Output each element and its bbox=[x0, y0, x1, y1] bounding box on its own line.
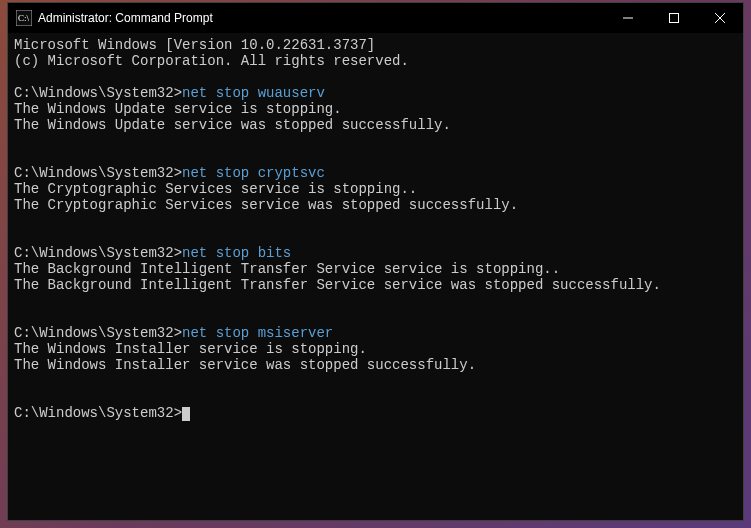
titlebar[interactable]: C:\ Administrator: Command Prompt bbox=[8, 3, 743, 33]
svg-rect-3 bbox=[670, 14, 679, 23]
output-3-1: The Background Intelligent Transfer Serv… bbox=[14, 261, 560, 277]
prompt: C:\Windows\System32> bbox=[14, 165, 182, 181]
output-4-2: The Windows Installer service was stoppe… bbox=[14, 357, 476, 373]
output-1-2: The Windows Update service was stopped s… bbox=[14, 117, 451, 133]
prompt: C:\Windows\System32> bbox=[14, 245, 182, 261]
output-2-1: The Cryptographic Services service is st… bbox=[14, 181, 417, 197]
close-button[interactable] bbox=[697, 3, 743, 33]
output-4-1: The Windows Installer service is stoppin… bbox=[14, 341, 367, 357]
command-4: net stop msiserver bbox=[182, 325, 333, 341]
minimize-icon bbox=[623, 13, 633, 23]
command-1: net stop wuauserv bbox=[182, 85, 325, 101]
command-prompt-window: C:\ Administrator: Command Prompt bbox=[7, 2, 744, 521]
header-line-2: (c) Microsoft Corporation. All rights re… bbox=[14, 53, 409, 69]
prompt: C:\Windows\System32> bbox=[14, 405, 182, 421]
command-3: net stop bits bbox=[182, 245, 291, 261]
cursor bbox=[182, 407, 190, 421]
window-controls bbox=[605, 3, 743, 33]
maximize-icon bbox=[669, 13, 679, 23]
output-2-2: The Cryptographic Services service was s… bbox=[14, 197, 518, 213]
svg-text:C:\: C:\ bbox=[18, 13, 30, 23]
header-line-1: Microsoft Windows [Version 10.0.22631.37… bbox=[14, 37, 375, 53]
command-2: net stop cryptsvc bbox=[182, 165, 325, 181]
terminal-output[interactable]: Microsoft Windows [Version 10.0.22631.37… bbox=[8, 33, 743, 520]
window-title: Administrator: Command Prompt bbox=[38, 11, 605, 25]
prompt: C:\Windows\System32> bbox=[14, 85, 182, 101]
cmd-icon: C:\ bbox=[16, 10, 32, 26]
output-1-1: The Windows Update service is stopping. bbox=[14, 101, 342, 117]
close-icon bbox=[715, 13, 725, 23]
minimize-button[interactable] bbox=[605, 3, 651, 33]
output-3-2: The Background Intelligent Transfer Serv… bbox=[14, 277, 661, 293]
maximize-button[interactable] bbox=[651, 3, 697, 33]
prompt: C:\Windows\System32> bbox=[14, 325, 182, 341]
